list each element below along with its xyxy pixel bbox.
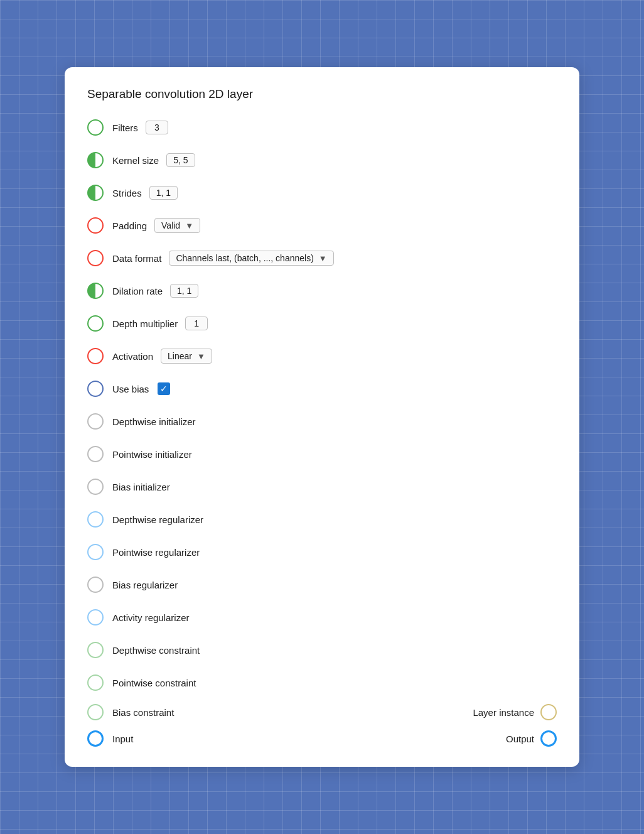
- dropdown-padding[interactable]: Valid ▼: [154, 218, 200, 233]
- circle-layer-instance: [540, 704, 557, 720]
- value-dilation-rate[interactable]: 1, 1: [170, 284, 198, 298]
- checkbox-use-bias[interactable]: ✓: [158, 382, 170, 395]
- circle-depth-multiplier: [87, 315, 104, 332]
- label-depthwise-constraint: Depthwise constraint: [112, 645, 200, 656]
- row-dilation-rate: Dilation rate 1, 1: [87, 279, 557, 302]
- circle-kernel-size: [87, 152, 104, 168]
- label-depth-multiplier: Depth multiplier: [112, 318, 178, 329]
- label-kernel-size: Kernel size: [112, 155, 159, 166]
- label-padding: Padding: [112, 220, 147, 231]
- right-layer-instance: Layer instance: [473, 704, 557, 720]
- circle-depthwise-regularizer: [87, 511, 104, 528]
- dropdown-padding-arrow: ▼: [185, 221, 193, 230]
- label-activation: Activation: [112, 351, 153, 362]
- row-strides: Strides 1, 1: [87, 181, 557, 204]
- label-output: Output: [506, 734, 534, 744]
- value-depth-multiplier[interactable]: 1: [185, 317, 208, 330]
- row-depth-multiplier: Depth multiplier 1: [87, 312, 557, 335]
- circle-bias-initializer: [87, 479, 104, 495]
- dropdown-data-format-arrow: ▼: [319, 254, 327, 263]
- label-layer-instance: Layer instance: [473, 707, 534, 718]
- row-use-bias: Use bias ✓: [87, 377, 557, 400]
- label-pointwise-regularizer: Pointwise regularizer: [112, 547, 200, 558]
- row-bias-constraint: Bias constraint Layer instance: [87, 704, 557, 720]
- value-kernel-size[interactable]: 5, 5: [166, 153, 195, 167]
- label-data-format: Data format: [112, 253, 161, 264]
- label-depthwise-initializer: Depthwise initializer: [112, 416, 196, 427]
- row-bias-regularizer: Bias regularizer: [87, 573, 557, 596]
- row-filters: Filters 3: [87, 116, 557, 139]
- dropdown-activation-value: Linear: [168, 351, 192, 361]
- circle-filters: [87, 119, 104, 136]
- circle-bias-constraint: [87, 704, 104, 720]
- circle-depthwise-initializer: [87, 413, 104, 430]
- row-pointwise-constraint: Pointwise constraint: [87, 671, 557, 694]
- circle-data-format: [87, 250, 104, 266]
- label-filters: Filters: [112, 122, 138, 133]
- circle-dilation-rate: [87, 283, 104, 299]
- label-input: Input: [112, 734, 133, 744]
- row-activation: Activation Linear ▼: [87, 345, 557, 367]
- circle-bias-regularizer: [87, 577, 104, 593]
- circle-padding: [87, 217, 104, 234]
- row-input-output: Input Output: [87, 730, 557, 747]
- label-strides: Strides: [112, 188, 142, 198]
- label-bias-initializer: Bias initializer: [112, 482, 170, 492]
- label-bias-regularizer: Bias regularizer: [112, 580, 178, 590]
- dropdown-activation-arrow: ▼: [197, 352, 205, 361]
- value-filters[interactable]: 3: [146, 121, 168, 134]
- dropdown-padding-value: Valid: [161, 220, 180, 230]
- row-kernel-size: Kernel size 5, 5: [87, 149, 557, 171]
- row-data-format: Data format Channels last, (batch, ..., …: [87, 247, 557, 269]
- value-strides[interactable]: 1, 1: [149, 186, 178, 200]
- label-use-bias: Use bias: [112, 384, 149, 394]
- dropdown-activation[interactable]: Linear ▼: [161, 349, 212, 364]
- label-bias-constraint: Bias constraint: [112, 707, 174, 718]
- row-pointwise-regularizer: Pointwise regularizer: [87, 541, 557, 563]
- label-pointwise-initializer: Pointwise initializer: [112, 449, 192, 460]
- row-padding: Padding Valid ▼: [87, 214, 557, 237]
- row-depthwise-regularizer: Depthwise regularizer: [87, 508, 557, 531]
- row-depthwise-initializer: Depthwise initializer: [87, 410, 557, 433]
- row-pointwise-initializer: Pointwise initializer: [87, 443, 557, 465]
- label-dilation-rate: Dilation rate: [112, 286, 163, 296]
- card-title: Separable convolution 2D layer: [87, 87, 557, 101]
- right-output: Output: [506, 730, 557, 747]
- dropdown-data-format[interactable]: Channels last, (batch, ..., channels) ▼: [169, 251, 333, 266]
- separable-conv2d-card: Separable convolution 2D layer Filters 3…: [65, 67, 579, 767]
- circle-pointwise-regularizer: [87, 544, 104, 560]
- circle-pointwise-initializer: [87, 446, 104, 462]
- label-depthwise-regularizer: Depthwise regularizer: [112, 514, 203, 525]
- circle-activity-regularizer: [87, 609, 104, 626]
- dropdown-data-format-value: Channels last, (batch, ..., channels): [176, 253, 313, 263]
- circle-activation: [87, 348, 104, 364]
- row-bias-initializer: Bias initializer: [87, 475, 557, 498]
- row-activity-regularizer: Activity regularizer: [87, 606, 557, 629]
- circle-depthwise-constraint: [87, 642, 104, 658]
- circle-strides: [87, 185, 104, 201]
- label-activity-regularizer: Activity regularizer: [112, 612, 190, 623]
- row-depthwise-constraint: Depthwise constraint: [87, 639, 557, 661]
- label-pointwise-constraint: Pointwise constraint: [112, 678, 196, 688]
- circle-pointwise-constraint: [87, 674, 104, 691]
- circle-use-bias: [87, 381, 104, 397]
- circle-output[interactable]: [540, 730, 557, 747]
- circle-input[interactable]: [87, 730, 104, 747]
